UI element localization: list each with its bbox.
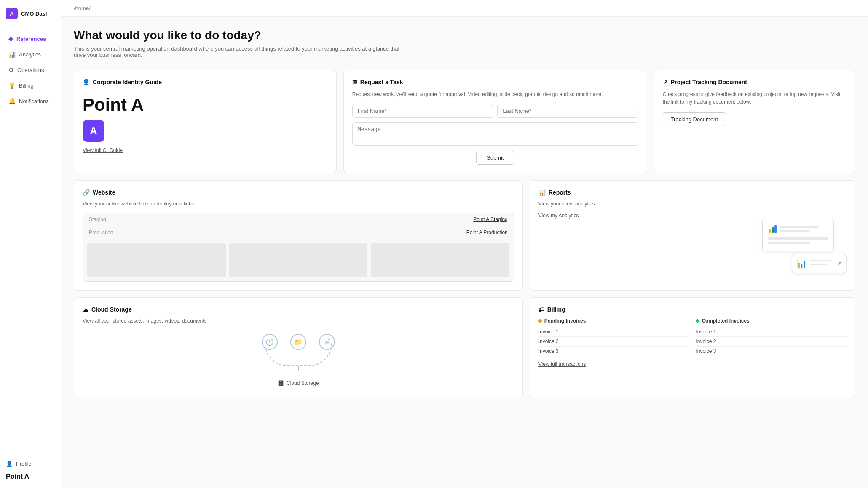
gear-icon: ⚙	[8, 67, 14, 73]
website-card-title: Website	[93, 189, 115, 196]
billing-icon: 🏷	[538, 306, 544, 313]
sidebar-bottom: 👤 Profile Point A	[0, 452, 61, 488]
tracking-document-button[interactable]: Tracking Document	[663, 112, 726, 126]
website-thumbnail	[83, 239, 514, 281]
pending-dot	[538, 319, 542, 323]
analytics-mockup-card	[762, 219, 834, 251]
staging-url-link[interactable]: Point A Staging	[473, 216, 507, 222]
submit-button[interactable]: Submit	[476, 151, 514, 165]
bell-icon: 🔔	[8, 98, 16, 104]
pending-invoice-2: Invoice 2	[538, 337, 689, 347]
production-row: Production Point A Production	[83, 226, 514, 239]
sub-card-lines	[810, 260, 833, 267]
completed-dot	[696, 319, 699, 323]
app-name: CMO Dash	[21, 11, 49, 17]
pending-invoices-col: Pending Invoices Invoice 1 Invoice 2 Inv…	[538, 318, 689, 356]
completed-invoices-header: Completed Invoices	[696, 318, 847, 324]
cloud-storage-label: 🗄️ Cloud Storage	[278, 380, 319, 386]
tracking-card-header: ↗ Project Tracking Document	[663, 79, 847, 85]
staging-row: Staging Point A Staging	[83, 213, 514, 226]
analytics-sub-card: 📊 ↗	[792, 254, 847, 273]
sidebar-item-operations[interactable]: ⚙ Operations	[3, 62, 58, 77]
google-analytics-logo	[768, 224, 777, 234]
last-name-input[interactable]	[497, 104, 638, 118]
tracking-card: ↗ Project Tracking Document Check progre…	[654, 70, 855, 173]
storage-icon: 🗄️	[278, 380, 284, 386]
bar-chart-icon: 📊	[796, 259, 807, 269]
thumb-col-3	[371, 243, 509, 277]
cloud-storage-header: ☁ Cloud Storage	[83, 306, 514, 313]
task-name-row	[352, 104, 638, 118]
link-icon: 🔗	[83, 189, 90, 196]
cloud-diagram: 🕐 📁 📄 ↓ 🗄️ Cloud Storage	[250, 334, 347, 384]
breadcrumb: /home/	[61, 0, 868, 17]
sidebar-item-label: Billing	[19, 83, 34, 89]
thumb-col-1	[87, 243, 226, 277]
view-ci-guide-link[interactable]: View full CI Guide	[83, 147, 123, 153]
mock-lines	[780, 226, 828, 234]
billing-card-header: 🏷 Billing	[538, 306, 847, 313]
analytics-logo-row	[768, 224, 828, 234]
message-textarea[interactable]	[352, 122, 638, 146]
task-desc: Request new work, we'll send a quote for…	[352, 91, 638, 98]
cloud-arrow-down: ↓	[297, 364, 300, 371]
content-area: What would you like to do today? This is…	[61, 17, 868, 416]
ci-preview: Point A A	[83, 91, 328, 146]
billing-columns: Pending Invoices Invoice 1 Invoice 2 Inv…	[538, 318, 847, 356]
cloud-storage-desc: View all your stored assets, images, vid…	[83, 318, 514, 324]
ci-wordmark: Point A	[83, 95, 144, 115]
pending-invoices-header: Pending Invoices	[538, 318, 689, 324]
completed-invoice-3: Invoice 3	[696, 347, 847, 356]
task-card: ✉ Request a Task Request new work, we'll…	[343, 70, 647, 173]
profile-item[interactable]: 👤 Profile	[6, 457, 55, 470]
view-transactions-link[interactable]: View full transactions	[538, 361, 847, 367]
ci-card: 👤 Corporate Identity Guide Point A A Vie…	[74, 70, 337, 173]
production-url-link[interactable]: Point A Production	[466, 229, 508, 235]
logo-icon: A	[6, 8, 18, 19]
website-preview: Staging Point A Staging Production Point…	[83, 213, 514, 282]
reports-card-title: Reports	[549, 189, 571, 196]
sidebar-item-billing[interactable]: 💡 Billing	[3, 78, 58, 93]
sidebar-item-analytics[interactable]: 📊 Analytics	[3, 47, 58, 62]
reports-card: 📊 Reports View your site/s analytics Vie…	[530, 180, 855, 291]
sidebar-item-references[interactable]: ◆ References	[3, 31, 58, 46]
website-card-header: 🔗 Website	[83, 189, 514, 196]
billing-card-title: Billing	[547, 306, 565, 313]
diamond-icon: ◆	[8, 35, 13, 42]
page-title: What would you like to do today?	[74, 29, 855, 42]
reports-preview: 📊 ↗	[538, 219, 847, 277]
task-card-title: Request a Task	[360, 79, 403, 85]
cloud-storage-title: Cloud Storage	[91, 306, 132, 313]
pending-invoices-label: Pending Invoices	[544, 318, 586, 324]
sidebar-item-label: Notifications	[19, 98, 49, 104]
view-analytics-link[interactable]: View my Analytics	[538, 213, 847, 219]
cards-row-1: 👤 Corporate Identity Guide Point A A Vie…	[74, 70, 855, 173]
cloud-preview: 🕐 📁 📄 ↓ 🗄️ Cloud Storage	[83, 330, 514, 389]
task-card-header: ✉ Request a Task	[352, 79, 638, 85]
bulb-icon: 💡	[8, 82, 16, 89]
expand-icon: ↗	[837, 260, 842, 267]
pending-invoice-1: Invoice 1	[538, 327, 689, 337]
main-content: /home/ What would you like to do today? …	[61, 0, 868, 488]
client-name: Point A	[6, 470, 55, 483]
arrow-icon: ↗	[663, 79, 668, 85]
reports-card-desc: View your site/s analytics	[538, 201, 847, 207]
billing-card: 🏷 Billing Pending Invoices Invoice 1 Inv…	[530, 297, 855, 397]
cloud-arc	[265, 343, 332, 366]
page-subtitle: This is your central marketing operation…	[74, 45, 411, 58]
cloud-storage-card: ☁ Cloud Storage View all your stored ass…	[74, 297, 523, 397]
profile-label: Profile	[16, 461, 32, 467]
sidebar-item-notifications[interactable]: 🔔 Notifications	[3, 93, 58, 109]
sidebar-nav: ◆ References 📊 Analytics ⚙ Operations 💡 …	[0, 27, 61, 452]
first-name-input[interactable]	[352, 104, 493, 118]
tracking-card-title: Project Tracking Document	[671, 79, 747, 85]
chart-icon: 📊	[8, 51, 16, 58]
thumb-col-2	[229, 243, 368, 277]
sidebar: A CMO Dash ◆ References 📊 Analytics ⚙ Op…	[0, 0, 61, 488]
website-card: 🔗 Website View your active website links…	[74, 180, 523, 291]
completed-invoices-col: Completed Invoices Invoice 1 Invoice 2 I…	[696, 318, 847, 356]
completed-invoice-2: Invoice 2	[696, 337, 847, 347]
reports-icon: 📊	[538, 189, 546, 196]
svg-rect-1	[772, 227, 774, 233]
cloud-icon: ☁	[83, 306, 88, 313]
